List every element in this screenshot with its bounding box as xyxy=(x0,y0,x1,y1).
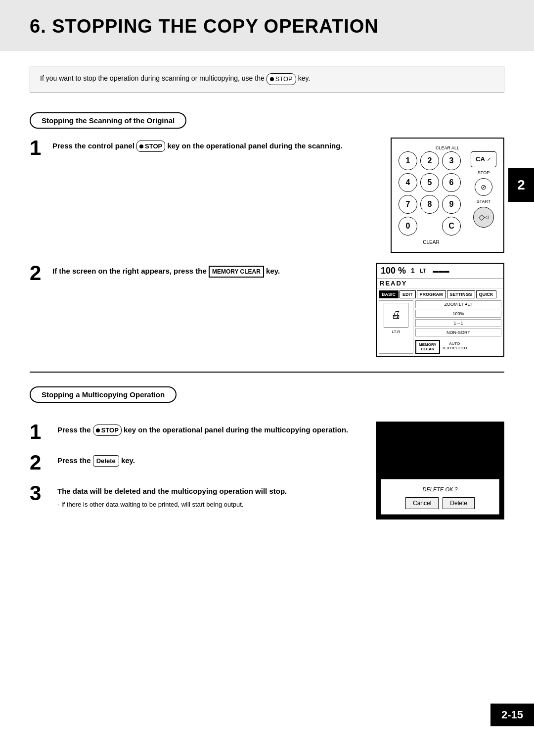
auto-text-photo: AUTOTEXT/PHOTO xyxy=(442,341,467,350)
key-7: 7 xyxy=(399,195,417,214)
section2-step2-row: 2 Press the Delete key. xyxy=(30,452,366,473)
info-box: If you want to stop the operation during… xyxy=(30,66,504,93)
screen-top-bar: 100 % 1 LT ▬▬▬ xyxy=(377,264,503,279)
keypad-right: CA ⟋ STOP ⊘ START ◇ ◁ xyxy=(471,151,496,245)
memory-clear-key: MEMORY CLEAR xyxy=(209,266,264,278)
bottom-row: MEMORYCLEAR AUTOTEXT/PHOTO xyxy=(415,338,501,354)
stop-key-badge: STOP xyxy=(267,73,296,85)
screen-content: 🖨 LT-R ZOOM LT ●LT 100% 1→1 NON-SORT MEM… xyxy=(379,300,501,354)
screen-lt-label: LT xyxy=(420,268,426,274)
cancel-button[interactable]: Cancel xyxy=(405,497,439,509)
key-3: 3 xyxy=(442,151,461,170)
section2-step1-text: Press the STOP key on the operational pa… xyxy=(57,422,366,436)
section2-content: 1 Press the STOP key on the operational … xyxy=(0,422,534,520)
step1-stop-key: STOP xyxy=(136,141,165,152)
section1-content: 1 Press the control panel STOP key on th… xyxy=(0,138,534,357)
step1-text-area: 1 Press the control panel STOP key on th… xyxy=(30,138,381,158)
screen-ready: READY xyxy=(377,279,503,288)
screen-right-area: ZOOM LT ●LT 100% 1→1 NON-SORT MEMORYCLEA… xyxy=(415,300,501,354)
section1-step1-row: 1 Press the control panel STOP key on th… xyxy=(30,138,504,253)
tab-edit: EDIT xyxy=(400,290,416,298)
screen-panel: 100 % 1 LT ▬▬▬ READY BASIC EDIT PROGRAM … xyxy=(376,263,504,357)
arrow-label: 1→1 xyxy=(415,319,501,327)
step3-sub-text: - If there is other data waiting to be p… xyxy=(57,500,366,510)
key-1: 1 xyxy=(399,151,417,170)
tab-program: PROGRAM xyxy=(417,290,446,298)
ca-label: CA xyxy=(476,155,485,163)
keypad-grid: 1 2 3 4 5 6 7 8 9 0 C xyxy=(399,151,464,236)
delete-ok-text: DELETE OK ? xyxy=(386,486,494,492)
zoom-value: 100% xyxy=(415,310,501,318)
step1-stop-dot-icon xyxy=(139,144,143,148)
printer-symbol: 🖨 xyxy=(391,309,401,321)
info-text-after: key. xyxy=(298,74,311,82)
dialog-buttons: Cancel Delete xyxy=(386,497,494,509)
step2-number: 2 xyxy=(30,263,47,284)
step1-text: Press the control panel STOP key on the … xyxy=(52,138,381,152)
delete-button[interactable]: Delete xyxy=(443,497,475,509)
section2-stop-dot-icon xyxy=(96,428,100,432)
key-6: 6 xyxy=(442,173,461,192)
section2-step3-text: The data will be deleted and the multico… xyxy=(57,483,366,510)
section2-step2-text: Press the Delete key. xyxy=(57,452,366,467)
stop-button-key: ⊘ xyxy=(475,178,492,196)
start-right-icon: ◁ xyxy=(485,214,489,220)
step2-text-area: 2 If the screen on the right appears, pr… xyxy=(30,263,366,284)
chapter-header: 6. STOPPING THE COPY OPERATION xyxy=(0,0,534,51)
info-text-before: If you want to stop the operation during… xyxy=(40,74,265,82)
start-diamond-icon: ◇ xyxy=(479,212,485,222)
section1-step2-row: 2 If the screen on the right appears, pr… xyxy=(30,263,504,357)
key-c: C xyxy=(442,217,461,236)
screen-bar-icon: ▬▬▬ xyxy=(433,268,449,274)
section2-stop-key: STOP xyxy=(93,425,122,436)
tab-quick: QUICK xyxy=(476,290,496,298)
start-label: START xyxy=(477,199,491,204)
keypad-container: 1 2 3 4 5 6 7 8 9 0 C xyxy=(399,151,496,245)
delete-dialog-inner: DELETE OK ? Cancel Delete xyxy=(381,479,499,515)
clear-all-label: CLEAR ALL xyxy=(399,145,496,150)
section2-steps-column: 1 Press the STOP key on the operational … xyxy=(30,422,366,520)
key-0: 0 xyxy=(399,217,417,236)
side-tab: 2 xyxy=(508,168,534,202)
tab-settings: SETTINGS xyxy=(447,290,475,298)
zoom-label: ZOOM LT ●LT xyxy=(415,300,501,308)
divider xyxy=(30,372,504,373)
section2-step3-row: 3 The data will be deleted and the multi… xyxy=(30,483,366,510)
section2-main-row: 1 Press the STOP key on the operational … xyxy=(30,422,504,520)
screen-body: BASIC EDIT PROGRAM SETTINGS QUICK 🖨 LT-R xyxy=(377,288,503,356)
section2-step3-number: 3 xyxy=(30,483,47,504)
page: 6. STOPPING THE COPY OPERATION 2 If you … xyxy=(0,0,534,756)
clear-label: CLEAR xyxy=(399,239,464,245)
section2-header: Stopping a Multicopying Operation xyxy=(30,386,177,403)
copier-icon: 🖨 xyxy=(384,303,408,328)
delete-dialog-panel: DELETE OK ? Cancel Delete xyxy=(376,422,504,520)
key-2: 2 xyxy=(420,151,439,170)
stop-circle-icon: ⊘ xyxy=(481,183,487,191)
non-sort-label: NON-SORT xyxy=(415,329,501,336)
section2-step1-row: 1 Press the STOP key on the operational … xyxy=(30,422,366,442)
step3-main-text: The data will be deleted and the multico… xyxy=(57,487,287,495)
stop-key-label: STOP xyxy=(275,74,293,84)
ca-slash-icon: ⟋ xyxy=(487,156,491,162)
screen-left-area: 🖨 LT-R xyxy=(379,300,413,354)
key-4: 4 xyxy=(399,173,417,192)
stop-label: STOP xyxy=(478,170,490,175)
page-number: 2-15 xyxy=(490,704,534,726)
keypad-left: 1 2 3 4 5 6 7 8 9 0 C xyxy=(399,151,464,245)
ca-button: CA ⟋ xyxy=(471,151,496,167)
section2-step1-number: 1 xyxy=(30,422,47,442)
section2-step2-number: 2 xyxy=(30,452,47,473)
screen-count: 1 xyxy=(411,267,415,275)
section1-header: Stopping the Scanning of the Original xyxy=(30,112,186,129)
tab-basic: BASIC xyxy=(379,290,399,298)
screen-percent: 100 % xyxy=(381,266,406,276)
key-8: 8 xyxy=(420,195,439,214)
start-button-key: ◇ ◁ xyxy=(473,207,494,228)
chapter-title: 6. STOPPING THE COPY OPERATION xyxy=(30,16,504,37)
memory-clear-button: MEMORYCLEAR xyxy=(415,340,440,354)
stop-dot-icon xyxy=(270,77,274,81)
step2-text: If the screen on the right appears, pres… xyxy=(52,263,366,278)
delete-key: Delete xyxy=(93,455,119,467)
step1-number: 1 xyxy=(30,138,47,158)
keypad-panel: CLEAR ALL 1 2 3 4 5 6 7 8 9 xyxy=(391,138,504,253)
